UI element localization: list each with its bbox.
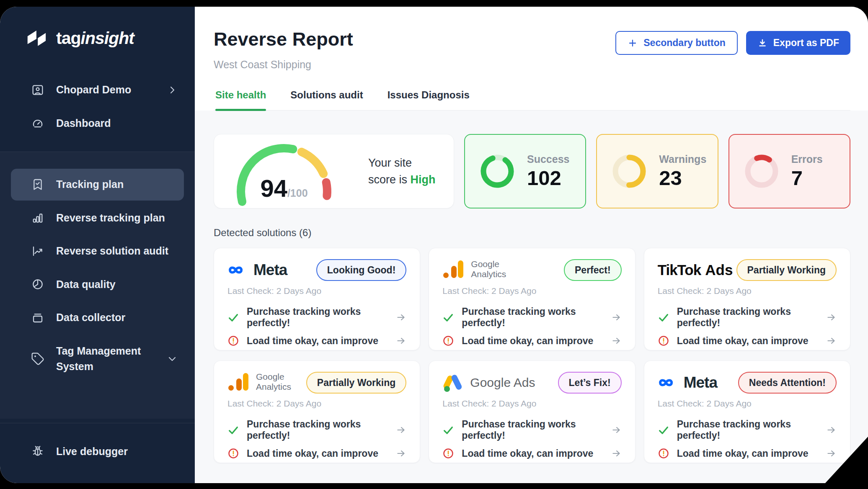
arrow-right-icon[interactable] bbox=[611, 425, 622, 435]
status-badge[interactable]: Perfect! bbox=[564, 259, 622, 281]
sidebar-item-data-collector[interactable]: Data collector bbox=[11, 302, 184, 334]
app-window: taginsight Chopard Demo bbox=[0, 7, 868, 483]
solution-card-tiktok-ads: TikTokAds Partially Working Last Check: … bbox=[644, 248, 850, 350]
solution-check-row[interactable]: Purchase tracking works perfectly! bbox=[658, 306, 837, 329]
arrow-right-icon[interactable] bbox=[611, 312, 622, 323]
sidebar-item-tracking-plan[interactable]: Tracking plan bbox=[11, 169, 184, 201]
sidebar-item-dashboard[interactable]: Dashboard bbox=[11, 108, 184, 139]
sidebar-item-workspace[interactable]: Chopard Demo bbox=[11, 74, 184, 106]
sidebar-top-section: Chopard Demo Dashboard bbox=[0, 48, 195, 152]
status-badge[interactable]: Partially Working bbox=[736, 259, 837, 281]
arrow-right-icon[interactable] bbox=[611, 448, 622, 459]
status-badge[interactable]: Partially Working bbox=[306, 372, 406, 394]
sidebar: taginsight Chopard Demo bbox=[0, 7, 195, 483]
bar-chart-icon bbox=[31, 211, 44, 224]
stat-label: Warnings bbox=[659, 153, 706, 165]
stat-value: 102 bbox=[527, 166, 569, 190]
last-check: Last Check: 2 Days Ago bbox=[442, 286, 621, 296]
score-level: High bbox=[411, 173, 436, 186]
solution-check-row[interactable]: Purchase tracking works perfectly! bbox=[227, 306, 406, 329]
sidebar-main-nav: Tracking plan Reverse tracking plan Reve… bbox=[0, 152, 195, 419]
arrow-right-icon[interactable] bbox=[826, 425, 837, 435]
stat-value: 7 bbox=[791, 166, 823, 190]
bug-icon bbox=[31, 445, 44, 458]
status-badge[interactable]: Looking Good! bbox=[316, 259, 407, 281]
sidebar-item-reverse-solution-audit[interactable]: Reverse solution audit bbox=[11, 235, 184, 267]
score-gauge: 94/100 bbox=[224, 139, 344, 208]
arrow-right-icon[interactable] bbox=[395, 312, 406, 323]
warnings-ring-icon bbox=[610, 152, 648, 190]
user-square-icon bbox=[31, 83, 44, 97]
sidebar-item-tag-management-system[interactable]: Tag Management System bbox=[11, 335, 184, 383]
alert-icon bbox=[442, 448, 454, 459]
chevron-right-icon[interactable] bbox=[167, 85, 177, 95]
solution-check-row[interactable]: Purchase tracking works perfectly! bbox=[227, 419, 406, 441]
last-check: Last Check: 2 Days Ago bbox=[227, 286, 406, 296]
solution-warning-row[interactable]: Load time okay, can improve bbox=[658, 448, 837, 459]
last-check: Last Check: 2 Days Ago bbox=[658, 286, 837, 296]
stat-label: Success bbox=[527, 153, 569, 165]
stat-label: Errors bbox=[791, 153, 823, 165]
page-subtitle: West Coast Shipping bbox=[214, 59, 850, 71]
taginsight-logo-icon bbox=[26, 30, 48, 47]
corner-cursor-wedge bbox=[820, 437, 868, 489]
solution-warning-row[interactable]: Load time okay, can improve bbox=[442, 335, 621, 347]
status-badge[interactable]: Needs Attention! bbox=[738, 372, 837, 394]
arrow-right-icon[interactable] bbox=[395, 425, 406, 435]
solution-warning-row[interactable]: Load time okay, can improve bbox=[227, 335, 406, 347]
arrow-right-icon[interactable] bbox=[826, 335, 837, 346]
workspace-label: Chopard Demo bbox=[56, 82, 131, 98]
sidebar-item-live-debugger[interactable]: Live debugger bbox=[11, 436, 184, 468]
report-tabs: Site health Solutions audit Issues Diagn… bbox=[214, 89, 850, 111]
check-icon bbox=[442, 311, 454, 323]
success-stat-card: Success 102 bbox=[464, 134, 586, 208]
last-check: Last Check: 2 Days Ago bbox=[658, 399, 837, 409]
solution-card-google-analytics-2: GoogleAnalytics Partially Working Last C… bbox=[214, 360, 420, 463]
plus-icon bbox=[628, 38, 638, 48]
export-pdf-button[interactable]: Export as PDF bbox=[746, 31, 850, 55]
sidebar-item-data-quality[interactable]: Data quality bbox=[11, 269, 184, 301]
arrow-right-icon[interactable] bbox=[395, 448, 406, 459]
errors-ring-icon bbox=[743, 152, 780, 190]
google-analytics-logo: GoogleAnalytics bbox=[442, 259, 506, 279]
sidebar-item-reverse-tracking-plan[interactable]: Reverse tracking plan bbox=[11, 202, 184, 234]
bookmark-check-icon bbox=[31, 178, 44, 191]
success-ring-icon bbox=[478, 152, 516, 190]
solution-check-row[interactable]: Purchase tracking works perfectly! bbox=[442, 419, 621, 441]
tab-issues-diagnosis[interactable]: Issues Diagnosis bbox=[388, 89, 470, 110]
solution-card-meta: Meta Looking Good! Last Check: 2 Days Ag… bbox=[214, 248, 420, 350]
alert-icon bbox=[227, 335, 239, 347]
arrow-right-icon[interactable] bbox=[611, 335, 622, 346]
arrow-right-icon[interactable] bbox=[395, 335, 406, 346]
solution-check-row[interactable]: Purchase tracking works perfectly! bbox=[658, 419, 837, 441]
alert-icon bbox=[442, 335, 454, 347]
arrow-right-icon[interactable] bbox=[826, 312, 837, 323]
solution-check-row[interactable]: Purchase tracking works perfectly! bbox=[442, 306, 621, 329]
status-badge[interactable]: Let’s Fix! bbox=[558, 372, 622, 394]
chevron-down-icon[interactable] bbox=[167, 354, 177, 364]
brand-name: taginsight bbox=[56, 28, 134, 48]
tab-solutions-audit[interactable]: Solutions audit bbox=[290, 89, 363, 110]
solution-warning-row[interactable]: Load time okay, can improve bbox=[442, 448, 621, 459]
sidebar-divider bbox=[0, 423, 195, 423]
site-score-card: 94/100 Your site score is High bbox=[214, 134, 454, 208]
solution-warning-row[interactable]: Load time okay, can improve bbox=[227, 448, 406, 459]
report-content: 94/100 Your site score is High Success 1… bbox=[195, 111, 868, 483]
last-check: Last Check: 2 Days Ago bbox=[442, 399, 621, 409]
alert-icon bbox=[658, 335, 669, 347]
errors-stat-card: Errors 7 bbox=[728, 134, 850, 208]
summary-row: 94/100 Your site score is High Success 1… bbox=[214, 134, 850, 208]
tab-site-health[interactable]: Site health bbox=[215, 89, 266, 110]
gauge-icon bbox=[31, 116, 44, 130]
check-icon bbox=[658, 424, 669, 436]
detected-solutions-heading: Detected solutions (6) bbox=[214, 227, 850, 239]
google-analytics-icon bbox=[442, 260, 466, 278]
download-icon bbox=[757, 38, 767, 48]
solution-warning-row[interactable]: Load time okay, can improve bbox=[658, 335, 837, 347]
solution-card-meta-2: Meta Needs Attention! Last Check: 2 Days… bbox=[644, 360, 850, 463]
secondary-button[interactable]: Secondary button bbox=[615, 31, 738, 55]
solution-card-google-ads: Google Ads Let’s Fix! Last Check: 2 Days… bbox=[429, 360, 635, 463]
meta-logo: Meta bbox=[658, 372, 717, 394]
last-check: Last Check: 2 Days Ago bbox=[227, 399, 406, 409]
tiktok-ads-logo: TikTokAds bbox=[658, 259, 733, 281]
